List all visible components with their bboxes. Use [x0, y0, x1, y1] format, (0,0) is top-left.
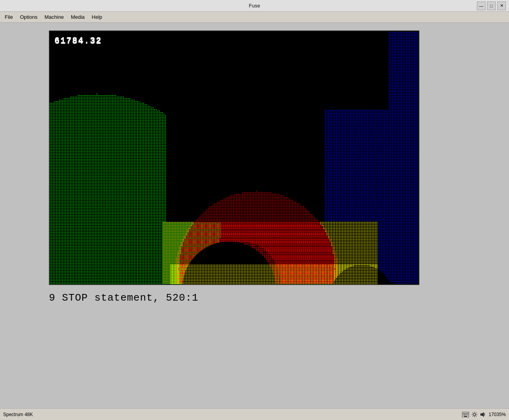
svg-rect-3 [465, 413, 466, 414]
gear-icon [471, 411, 478, 418]
spectrum-screen [49, 31, 419, 285]
main-area: 9 STOP statement, 520:1 [0, 23, 509, 312]
menu-help[interactable]: Help [88, 13, 105, 21]
menubar: File Options Machine Media Help [0, 12, 509, 23]
statusbar-speed: 17035% [489, 412, 506, 417]
menu-machine[interactable]: Machine [42, 13, 67, 21]
svg-rect-9 [467, 415, 468, 415]
svg-rect-1 [463, 413, 464, 414]
spectrum-canvas [50, 31, 419, 284]
close-button[interactable]: ✕ [497, 2, 506, 10]
svg-rect-12 [480, 413, 482, 416]
svg-rect-7 [464, 415, 466, 415]
minimize-button[interactable]: — [477, 2, 486, 10]
svg-point-11 [473, 413, 476, 416]
svg-rect-4 [466, 413, 467, 414]
svg-rect-8 [466, 415, 467, 415]
svg-rect-10 [464, 416, 467, 417]
speaker-icon [480, 411, 486, 418]
menu-options[interactable]: Options [17, 13, 41, 21]
svg-rect-5 [467, 413, 468, 414]
keyboard-icon [462, 412, 469, 417]
menu-file[interactable]: File [2, 13, 16, 21]
window-title: Fuse [249, 3, 260, 9]
menu-media[interactable]: Media [68, 13, 88, 21]
svg-rect-2 [464, 413, 465, 414]
svg-rect-6 [463, 415, 464, 415]
statusbar-machine: Spectrum 48K [3, 412, 33, 417]
statusbar: Spectrum 48K 17035% [0, 408, 509, 420]
maximize-button[interactable]: □ [487, 2, 496, 10]
status-text: 9 STOP statement, 520:1 [49, 292, 199, 304]
statusbar-right: 17035% [462, 411, 506, 418]
window-controls: — □ ✕ [477, 2, 506, 10]
titlebar: Fuse — □ ✕ [0, 0, 509, 12]
